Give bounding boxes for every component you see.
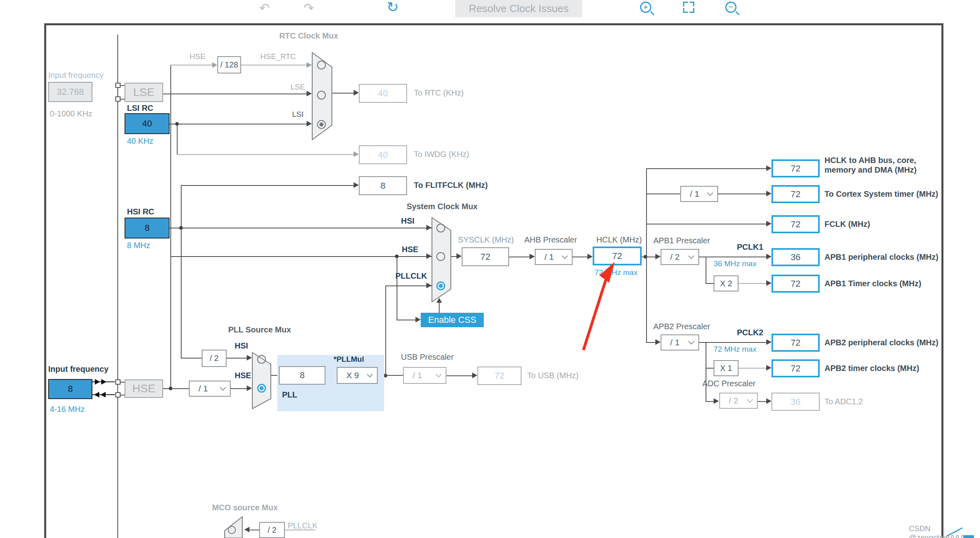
hse-rtc-label: HSE_RTC bbox=[260, 52, 296, 61]
wire bbox=[706, 342, 706, 401]
wire bbox=[766, 398, 771, 404]
wire bbox=[587, 254, 593, 259]
wire bbox=[646, 168, 767, 169]
apb2-periph-out-box[interactable]: 72 bbox=[771, 334, 820, 352]
wire bbox=[758, 401, 767, 402]
apb1-periph-out-box[interactable]: 36 bbox=[771, 248, 820, 266]
hse-button[interactable]: HSE bbox=[125, 379, 163, 398]
wire bbox=[163, 388, 189, 389]
rtc-mux-radio-lse[interactable] bbox=[317, 91, 326, 100]
hclk-ahb-out-label-1: HCLK to AHB bus, core, bbox=[825, 156, 916, 165]
lse-button[interactable]: LSE bbox=[125, 83, 163, 102]
wire bbox=[169, 387, 172, 390]
fclk-out-label: FCLK (MHz) bbox=[825, 220, 870, 229]
zoom-in-icon[interactable]: + bbox=[640, 2, 651, 13]
wire bbox=[573, 257, 589, 257]
apb1-prescaler-dropdown[interactable]: / 2 bbox=[661, 249, 699, 265]
chevron-down-icon bbox=[688, 253, 695, 259]
redo-icon[interactable]: ↷ bbox=[303, 1, 314, 15]
wire bbox=[646, 342, 656, 343]
wire bbox=[509, 257, 530, 257]
fit-to-screen-icon[interactable] bbox=[683, 2, 694, 13]
pll-hsi-div2-box: / 2 bbox=[202, 350, 227, 367]
pllmul-value: X 9 bbox=[346, 371, 359, 380]
undo-icon[interactable]: ↶ bbox=[259, 1, 270, 15]
mco-div-box: / 2 bbox=[259, 522, 285, 538]
wire bbox=[439, 302, 440, 313]
apb1-timer-out-box[interactable]: 72 bbox=[771, 275, 820, 293]
apb2-timer-out-box[interactable]: 72 bbox=[771, 359, 820, 377]
wire bbox=[718, 194, 767, 194]
hse-prescaler-dropdown[interactable]: / 1 bbox=[189, 381, 231, 397]
ahb-prescaler-dropdown[interactable]: / 1 bbox=[535, 249, 573, 265]
mco-mux-radio-pllclk[interactable] bbox=[228, 526, 236, 534]
pllmul-dropdown[interactable]: X 9 bbox=[337, 367, 378, 384]
wire bbox=[332, 93, 354, 94]
iwdg-freq-box: 40 bbox=[359, 145, 407, 164]
wire bbox=[94, 392, 99, 397]
wire bbox=[766, 280, 771, 286]
wire bbox=[699, 342, 767, 343]
sysmux-hsi-label: HSI bbox=[401, 216, 414, 226]
pclk2-label: PCLK2 bbox=[737, 328, 763, 337]
sysclk-label: SYSCLK (MHz) bbox=[458, 235, 514, 245]
sysmux-hse-label: HSE bbox=[402, 245, 418, 254]
wire bbox=[170, 65, 171, 389]
wire bbox=[101, 379, 106, 385]
rtc-mux-radio-hse-rtc[interactable] bbox=[317, 61, 326, 69]
zoom-out-icon[interactable]: − bbox=[725, 2, 737, 13]
adc-prescaler-label: ADC Prescaler bbox=[702, 379, 755, 388]
resolve-clock-issues-button[interactable]: Resolve Clock Issues bbox=[455, 0, 582, 17]
wire bbox=[181, 358, 202, 359]
rtc-mux-radio-lsi[interactable] bbox=[317, 120, 326, 129]
apb2-prescaler-dropdown[interactable]: / 1 bbox=[661, 334, 699, 351]
to-iwdg-label: To IWDG (KHz) bbox=[414, 150, 469, 159]
wire bbox=[646, 194, 680, 194]
system-clock-mux-title: System Clock Mux bbox=[407, 202, 478, 211]
sysmux-radio-hsi[interactable] bbox=[436, 224, 445, 232]
chevron-down-icon bbox=[562, 253, 568, 259]
wire bbox=[177, 154, 354, 155]
hsi-freq-label: 8 MHz bbox=[127, 241, 150, 250]
wire bbox=[472, 373, 477, 378]
wire bbox=[655, 339, 661, 345]
ahb-prescaler-value: / 1 bbox=[544, 252, 554, 262]
apb2-periph-out-label: APB2 peripheral clocks (MHz) bbox=[825, 338, 938, 347]
wire bbox=[766, 165, 771, 171]
cortex-timer-out-box[interactable]: 72 bbox=[771, 185, 820, 203]
refresh-icon[interactable]: ↻ bbox=[387, 0, 399, 14]
chevron-down-icon bbox=[220, 385, 226, 391]
pllmux-radio-hse[interactable] bbox=[257, 384, 266, 393]
cortex-prescaler-dropdown[interactable]: / 1 bbox=[680, 186, 718, 202]
sysclk-value-box[interactable]: 72 bbox=[462, 247, 509, 266]
hclk-ahb-out-box[interactable]: 72 bbox=[771, 159, 820, 177]
wire bbox=[354, 182, 359, 188]
apb1-timer-mult-box: X 2 bbox=[714, 275, 739, 291]
pllmux-hsi-label: HSI bbox=[235, 341, 248, 351]
enable-css-button[interactable]: Enable CSS bbox=[421, 313, 484, 327]
hse-input-frequency-field[interactable]: 8 bbox=[48, 379, 92, 399]
wire bbox=[170, 256, 432, 257]
chevron-down-icon bbox=[436, 371, 442, 378]
rtc-mux-title: RTC Clock Mux bbox=[279, 31, 338, 41]
wire bbox=[231, 388, 247, 389]
pllmux-radio-hsi[interactable] bbox=[257, 355, 266, 364]
fclk-out-box[interactable]: 72 bbox=[771, 215, 820, 233]
sysmux-radio-pllclk[interactable] bbox=[436, 281, 445, 290]
mco-pllclk-label: PLLCLK bbox=[288, 521, 318, 530]
lse-connector-square bbox=[115, 96, 121, 102]
wire bbox=[646, 224, 767, 224]
wire bbox=[212, 62, 217, 68]
frame-right-border bbox=[941, 23, 943, 538]
hclk-ahb-out-label-2: memory and DMA (MHz) bbox=[825, 165, 917, 175]
hse-input-frequency-label: Input frequency bbox=[48, 365, 108, 374]
lsi-rc-label: LSI RC bbox=[127, 104, 153, 113]
apb1-timer-out-label: APB1 Timer clocks (MHz) bbox=[825, 279, 921, 288]
wire bbox=[177, 124, 178, 155]
wire bbox=[426, 253, 432, 259]
rtc-lsi-label: LSI bbox=[292, 110, 304, 119]
lsi-freq-label: 40 KHz bbox=[127, 137, 153, 146]
sysmux-radio-hse[interactable] bbox=[436, 252, 445, 261]
wire bbox=[706, 283, 714, 284]
hsi-rc-value-box: 8 bbox=[125, 218, 170, 238]
